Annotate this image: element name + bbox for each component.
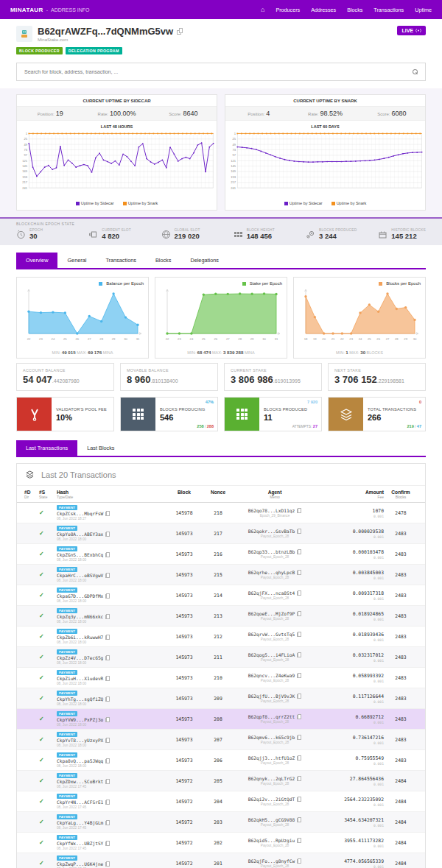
tx-block-link[interactable]: 145972 [166,819,203,825]
copy-icon[interactable] [105,511,110,516]
copy-icon[interactable] [105,655,110,660]
copy-icon[interactable] [297,652,301,657]
copy-icon[interactable] [297,755,301,761]
copy-icon[interactable] [105,779,110,784]
tx-block-link[interactable]: 145973 [166,634,203,640]
tx-hash-link[interactable]: CkpYr4N...ACFSrE1 [57,800,103,805]
tx-agent-link[interactable]: B62qpf8...qrrZ2tt [248,714,295,719]
copy-icon[interactable] [297,570,301,575]
tx-hash-link[interactable]: CkpZiuH...X1udevR [57,676,103,681]
copy-icon[interactable] [297,817,301,822]
tx-agent-link[interactable]: B62qncv...Z4eKwa9 [248,673,295,678]
copy-icon[interactable] [105,532,110,537]
tab-transactions[interactable]: Transactions [96,253,146,268]
tx-block-link[interactable]: 145973 [166,613,203,619]
tx-agent-link[interactable]: B62qjfU...BjV9vJK [248,694,295,699]
nav-addresses[interactable]: Addresses [311,7,336,13]
tx-hash-link[interactable]: CkpYhTg...sgQfiZQ [57,696,103,702]
tx-agent-link[interactable]: B62qkH5...gCG9V88 [248,817,295,822]
nav-transactions[interactable]: Transactions [373,7,404,13]
live-badge[interactable]: LIVE [397,26,426,35]
tx-block-link[interactable]: 145973 [166,716,203,722]
tab-delegations[interactable]: Delegations [180,253,228,268]
tx-hash-link[interactable]: CkpYo8A...ABEY3ax [57,532,103,537]
tx-block-link[interactable]: 145973 [166,551,203,557]
tx-hash-link[interactable]: CkpZGnS...BExbhCq [57,552,103,557]
tx-block-link[interactable]: 145973 [166,675,203,681]
nav-uptime[interactable]: Uptime [415,7,432,13]
tx-hash-link[interactable]: CkpZDxw...SCoBrkt [57,779,103,784]
tx-agent-link[interactable]: B62qjj3...htfU1oZ [248,755,295,761]
tx-hash-link[interactable]: CkpYfWx...UBZjtSY [57,841,103,846]
tx-hash-link[interactable]: CkpYVW9...PxPZj3o [57,717,103,722]
tx-block-link[interactable]: 145972 [166,799,203,805]
tx-agent-link[interactable]: B62qjFo...g8nyfCw [248,858,295,864]
copy-icon[interactable] [105,717,110,722]
copy-icon[interactable] [297,838,301,843]
copy-icon[interactable] [297,714,301,719]
copy-icon[interactable] [297,549,301,554]
tx-agent-link[interactable]: B62qjFX...nca8St4 [248,590,295,596]
tx-agent-link[interactable]: B62qog5...i4FLioA [248,652,295,657]
copy-icon[interactable] [297,694,301,699]
search-input[interactable] [17,69,413,74]
tab-blocks[interactable]: Blocks [146,253,181,268]
tx-block-link[interactable]: 145973 [166,593,203,599]
copy-icon[interactable] [297,508,301,513]
nav-producers[interactable]: Producers [276,7,300,13]
copy-icon[interactable] [105,841,110,846]
copy-icon[interactable] [297,632,301,637]
copy-icon[interactable] [105,820,110,825]
tab-last-transactions[interactable]: Last Transactions [16,440,77,456]
tx-hash-link[interactable]: CkpZq3y...mN66xkc [57,614,103,619]
tx-block-link[interactable]: 145972 [166,778,203,784]
home-icon[interactable]: ⌂ [261,7,264,13]
tx-block-link[interactable]: 145972 [166,840,203,846]
copy-icon[interactable] [297,529,301,534]
copy-icon[interactable] [105,614,110,619]
copy-icon[interactable] [297,611,301,616]
tx-hash-link[interactable]: CkpZz4V...D7ec65g [57,655,103,660]
copy-icon[interactable] [105,738,110,743]
tx-agent-link[interactable]: B62qi2v...2iGtQdT [248,797,295,802]
copy-icon[interactable] [297,797,301,802]
brand-logo[interactable]: MINATAUR [10,7,43,13]
tx-block-link[interactable]: 145973 [166,758,203,763]
tx-agent-link[interactable]: B62qrvW...GvtsTq5 [248,632,295,637]
tab-overview[interactable]: Overview [16,253,57,268]
tx-block-link[interactable]: 145973 [166,696,203,702]
copy-icon[interactable] [297,735,301,740]
tx-agent-link[interactable]: B62qokr...GsvBaTb [248,529,295,534]
tx-block-link[interactable]: 145972 [166,861,203,867]
tx-hash-link[interactable]: Ckpa8vQ...pa5JWqq [57,758,103,763]
copy-icon[interactable] [297,776,301,781]
copy-icon[interactable] [105,861,110,867]
tx-hash-link[interactable]: CkpaG7D...GDPDfMx [57,593,103,599]
tx-block-link[interactable]: 145973 [166,572,203,578]
tx-hash-link[interactable]: CkpZwqP...U6K4jne [57,861,103,867]
tx-hash-link[interactable]: CkpYvT8...yUzxyPX [57,738,103,743]
tx-agent-link[interactable]: B62qmv6...k65c9jb [248,735,295,740]
tx-block-link[interactable]: 145973 [166,531,203,537]
copy-icon[interactable] [177,28,183,35]
tx-hash-link[interactable]: CkpZb6i...kRuwwH7 [57,635,103,640]
tx-hash-link[interactable]: CkpYaLg...Y4BjGLm [57,820,103,825]
address-alias[interactable]: MinaStake.com [38,38,183,42]
tx-block-link[interactable]: 145973 [166,737,203,743]
copy-icon[interactable] [105,800,110,805]
copy-icon[interactable] [105,696,110,702]
copy-icon[interactable] [105,593,110,599]
copy-icon[interactable] [297,673,301,678]
copy-icon[interactable] [105,758,110,763]
tab-general[interactable]: General [57,253,96,268]
tx-agent-link[interactable]: B62qnyk...2qLTrG2 [248,776,295,781]
tx-agent-link[interactable]: B62qrhe...qhyLpcB [248,570,295,575]
tx-agent-link[interactable]: B62qid5...RpUzgiu [248,838,295,843]
nav-blocks[interactable]: Blocks [347,7,362,13]
copy-icon[interactable] [105,573,110,578]
tx-block-link[interactable]: 145973 [166,654,203,660]
search-icon[interactable] [413,69,418,74]
tab-last-blocks[interactable]: Last Blocks [77,440,124,456]
tx-hash-link[interactable]: CkpZCsk...MbqrFsW [57,511,103,516]
copy-icon[interactable] [105,635,110,640]
